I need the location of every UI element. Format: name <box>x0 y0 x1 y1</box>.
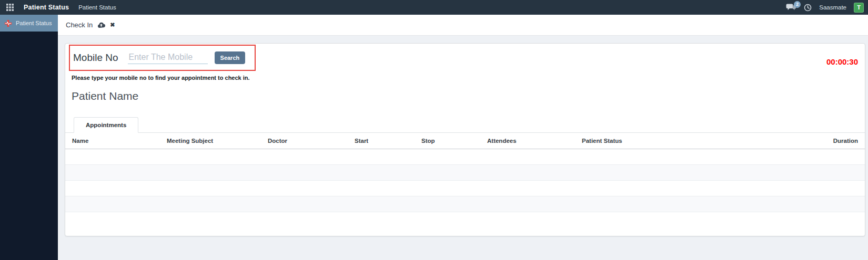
table-header-row: Name Meeting Subject Doctor Start Stop A… <box>65 133 865 149</box>
mobile-input[interactable] <box>128 51 208 64</box>
breadcrumb-bar: Check In ✖ <box>58 15 868 36</box>
column-header-attendees: Attendees <box>480 133 575 149</box>
column-header-stop: Stop <box>415 133 480 149</box>
sidebar-item-patient-status[interactable]: Patient Status <box>0 15 58 32</box>
tab-appointments[interactable]: Appointments <box>74 117 138 133</box>
save-changes-button[interactable] <box>97 22 105 28</box>
sidebar: Patient Status <box>0 15 58 260</box>
table-row <box>65 181 865 196</box>
messages-badge: 2 <box>794 1 801 8</box>
cloud-upload-icon <box>97 22 105 28</box>
breadcrumb-title[interactable]: Check In <box>66 21 93 29</box>
mobile-no-label: Mobile No <box>73 52 118 64</box>
top-navbar: Patient Status Patient Status 2 Saasmate… <box>0 0 868 15</box>
table-row <box>65 196 865 212</box>
appointments-table: Name Meeting Subject Doctor Start Stop A… <box>65 133 865 234</box>
column-header-start: Start <box>348 133 415 149</box>
table-row <box>65 165 865 181</box>
navbar-right: 2 Saasmate T <box>786 3 865 13</box>
sidebar-item-label: Patient Status <box>16 20 52 26</box>
user-avatar[interactable]: T <box>854 3 864 13</box>
column-header-meeting-subject: Meeting Subject <box>160 133 261 149</box>
discard-button[interactable]: ✖ <box>110 22 115 28</box>
tab-bar: Appointments <box>65 117 865 133</box>
medical-pulse-icon <box>4 19 12 27</box>
messages-button[interactable]: 2 <box>786 4 796 12</box>
mobile-search-row: Mobile No Search 00:00:30 <box>65 44 865 71</box>
search-button[interactable]: Search <box>215 51 246 64</box>
activity-menu-button[interactable] <box>804 4 812 12</box>
navbar-left: Patient Status Patient Status <box>4 2 116 13</box>
column-header-duration: Duration <box>802 133 865 149</box>
apps-grid-icon <box>6 4 14 11</box>
main-content: Check In ✖ Mobile No Search 00:00:30 Ple… <box>58 15 868 260</box>
activity-clock-icon <box>804 4 812 12</box>
table-row <box>65 212 865 234</box>
countdown-timer: 00:00:30 <box>826 57 858 66</box>
app-brand[interactable]: Patient Status <box>24 4 69 11</box>
help-text: Please type your mobile no to find your … <box>72 75 865 81</box>
column-header-doctor: Doctor <box>261 133 348 149</box>
checkin-form-sheet: Mobile No Search 00:00:30 Please type yo… <box>65 43 865 236</box>
column-header-name: Name <box>65 133 160 149</box>
mobile-search-box: Mobile No Search <box>69 45 256 71</box>
apps-menu-button[interactable] <box>4 2 16 13</box>
nav-menu-patient-status[interactable]: Patient Status <box>78 4 116 11</box>
column-header-patient-status: Patient Status <box>575 133 802 149</box>
table-row <box>65 149 865 165</box>
patient-name-heading: Patient Name <box>72 90 865 102</box>
user-company-menu[interactable]: Saasmate <box>819 4 846 11</box>
